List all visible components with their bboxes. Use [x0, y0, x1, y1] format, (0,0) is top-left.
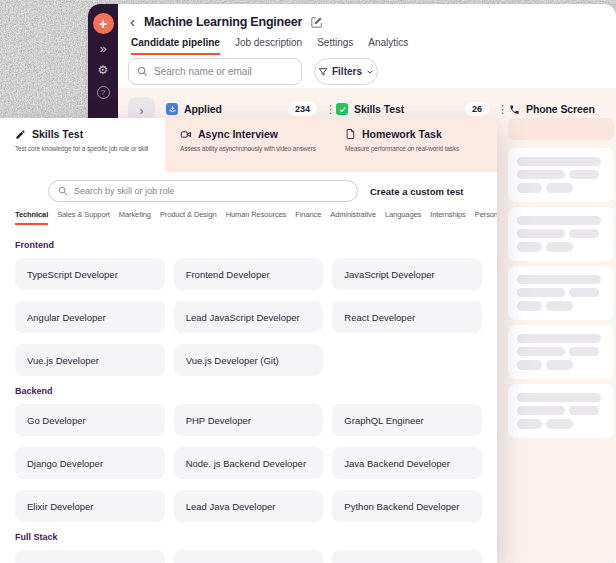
- column-menu-button[interactable]: ⋮: [325, 104, 336, 115]
- tab-job-description[interactable]: Job description: [235, 37, 302, 55]
- skeleton-bar: [517, 229, 565, 238]
- test-card-java-backend-developer[interactable]: Java Backend Developer: [332, 447, 482, 479]
- edit-title-button[interactable]: [311, 16, 323, 28]
- section-title: Full Stack: [15, 532, 482, 542]
- category-tabs: TechnicalSales & SupportMarketingProduct…: [15, 210, 493, 225]
- candidate-card-skeleton: [508, 207, 614, 261]
- test-card-typescript-developer[interactable]: TypeScript Developer: [15, 258, 165, 290]
- category-tab-personality[interactable]: Personality: [475, 210, 497, 225]
- test-card-php-developer[interactable]: PHP Developer: [174, 404, 324, 436]
- test-card-angular-developer[interactable]: Angular Developer: [15, 301, 165, 333]
- skeleton-bar: [517, 157, 601, 166]
- section-title: Backend: [15, 386, 482, 396]
- column-menu-button[interactable]: ⋮: [497, 104, 508, 115]
- skeleton-row: [517, 183, 605, 193]
- test-card-frontend-developer[interactable]: Frontend Developer: [174, 258, 324, 290]
- test-type-homework-task[interactable]: Homework Task Measure performance on rea…: [330, 118, 497, 172]
- help-button[interactable]: ?: [97, 86, 110, 99]
- test-card-react-developer[interactable]: React Developer: [332, 301, 482, 333]
- test-card-mean-stack-developer[interactable]: Mean Stack Developer: [174, 550, 324, 563]
- category-tab-finance[interactable]: Finance: [295, 210, 321, 225]
- candidate-card-skeleton: [508, 148, 614, 202]
- phone-icon: [509, 104, 520, 115]
- candidate-card-skeleton: [508, 266, 614, 320]
- test-card-elixir-developer[interactable]: Elixir Developer: [15, 490, 165, 522]
- test-card-javascript-developer[interactable]: JavaScript Developer: [332, 258, 482, 290]
- column-count-badge: 26: [465, 102, 489, 116]
- test-type-title: Homework Task: [362, 128, 442, 140]
- test-card-grid: TypeScript DeveloperFrontend DeveloperJa…: [15, 258, 482, 376]
- search-icon: [137, 66, 148, 77]
- test-card-lead-java-developer[interactable]: Lead Java Developer: [174, 490, 324, 522]
- test-card-graphql-engineer[interactable]: GraphQL Engineer: [332, 404, 482, 436]
- filters-button[interactable]: Filters: [314, 58, 378, 85]
- test-type-skills-test[interactable]: Skills Test Test core knowledge for a sp…: [0, 118, 165, 172]
- skeleton-bar: [517, 360, 542, 370]
- category-tab-human-resources[interactable]: Human Resources: [226, 210, 287, 225]
- page-title: Machine Learning Engineer: [144, 15, 302, 29]
- skeleton-bar: [517, 393, 601, 402]
- add-button[interactable]: +: [93, 13, 114, 34]
- skeleton-bar: [546, 242, 573, 252]
- category-tab-languages[interactable]: Languages: [385, 210, 421, 225]
- tab-analytics[interactable]: Analytics: [368, 37, 408, 55]
- funnel-icon: [318, 67, 328, 77]
- test-card-java-full-stack-developer[interactable]: Java Full Stack Developer: [332, 550, 482, 563]
- test-card-lead-javascript-developer[interactable]: Lead JavaScript Developer: [174, 301, 324, 333]
- expand-sidebar-button[interactable]: »: [100, 43, 107, 55]
- test-card-mern-stack-developer[interactable]: MERN Stack Developer: [15, 550, 165, 563]
- chevron-down-icon: [366, 68, 374, 76]
- category-tab-administrative[interactable]: Administrative: [330, 210, 376, 225]
- test-card-django-developer[interactable]: Django Developer: [15, 447, 165, 479]
- edit-icon: [311, 16, 323, 28]
- search-icon: [58, 186, 68, 196]
- skeleton-bar: [569, 406, 599, 415]
- test-card-python-backend-developer[interactable]: Python Backend Developer: [332, 490, 482, 522]
- column-name: Applied: [184, 103, 222, 115]
- test-picker-panel: Skills Test Test core knowledge for a sp…: [0, 118, 497, 563]
- gear-icon: ⚙: [98, 63, 109, 77]
- category-tab-internships[interactable]: Internships: [430, 210, 466, 225]
- skeleton-row: [517, 419, 605, 429]
- skeleton-row: [517, 360, 605, 370]
- test-search-input[interactable]: Search by skill or job role: [48, 180, 358, 202]
- category-tab-product-design[interactable]: Product & Design: [160, 210, 217, 225]
- skeleton-bar: [546, 183, 573, 193]
- category-tab-technical[interactable]: Technical: [15, 210, 48, 225]
- skeleton-bar: [517, 288, 565, 297]
- test-type-title: Skills Test: [32, 128, 83, 140]
- tab-settings[interactable]: Settings: [317, 37, 353, 55]
- skeleton-row: [517, 242, 605, 252]
- tab-candidate-pipeline[interactable]: Candidate pipeline: [131, 37, 220, 55]
- back-button[interactable]: ‹: [130, 14, 135, 29]
- skeleton-row: [517, 406, 605, 415]
- skeleton-row: [517, 347, 605, 356]
- create-custom-test-link[interactable]: Create a custom test: [370, 186, 463, 197]
- sidebar: + » ⚙ ?: [88, 4, 118, 118]
- test-type-async-interview[interactable]: Async Interview Assess ability asynchron…: [165, 118, 330, 172]
- settings-button[interactable]: ⚙: [98, 64, 109, 76]
- test-card-vue-js-developer[interactable]: Vue.js Developer: [15, 344, 165, 376]
- candidate-card-skeleton: [508, 384, 614, 438]
- skeleton-bar: [517, 334, 601, 343]
- category-tab-marketing[interactable]: Marketing: [119, 210, 151, 225]
- phone-column-cards: [508, 148, 614, 438]
- test-card-vue-js-developer-git[interactable]: Vue.js Developer (Git): [174, 344, 324, 376]
- skeleton-bar: [569, 229, 599, 238]
- search-placeholder: Search by skill or job role: [74, 186, 175, 196]
- column-drop-zone: [508, 118, 614, 140]
- skeleton-bar: [517, 170, 565, 179]
- category-tab-sales-support[interactable]: Sales & Support: [57, 210, 110, 225]
- header-tabs: Candidate pipelineJob descriptionSetting…: [131, 37, 408, 55]
- skeleton-bar: [517, 242, 542, 252]
- skeleton-bar: [569, 288, 599, 297]
- double-chevron-icon: »: [100, 42, 107, 56]
- skeleton-bar: [517, 419, 542, 429]
- skeleton-bar: [546, 419, 573, 429]
- test-card-node-js-backend-developer[interactable]: Node. js Backend Developer: [174, 447, 324, 479]
- inbox-icon: [166, 103, 178, 115]
- candidate-search-input[interactable]: Search name or email: [128, 58, 302, 85]
- skeleton-row: [517, 288, 605, 297]
- column-name: Skills Test: [354, 103, 404, 115]
- test-card-go-developer[interactable]: Go Developer: [15, 404, 165, 436]
